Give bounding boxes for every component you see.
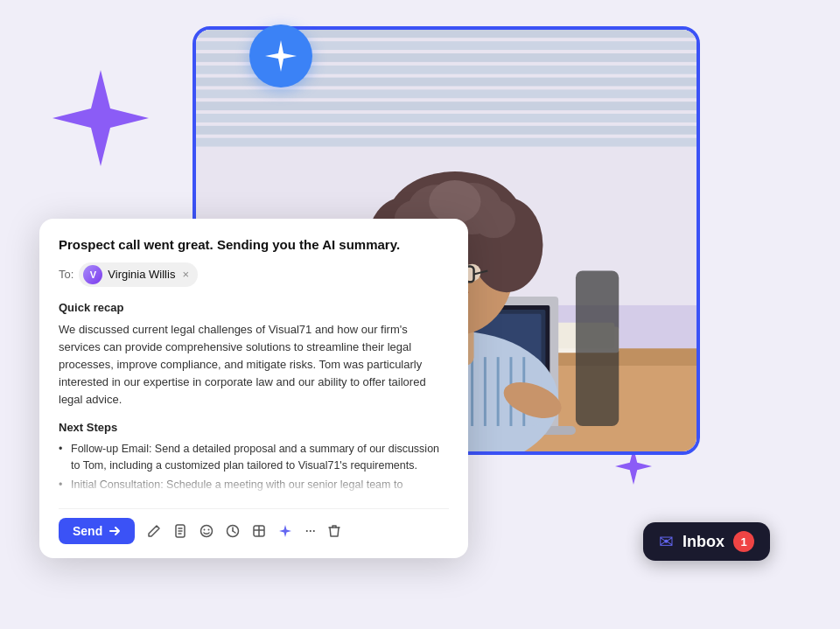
next-step-item-2: Initial Consultation: Schedule a meeting… <box>59 477 449 493</box>
recipient-name: Virginia Willis <box>108 268 175 281</box>
inbox-label: Inbox <box>682 533 724 551</box>
svg-rect-8 <box>196 101 696 110</box>
svg-point-63 <box>208 528 210 530</box>
svg-rect-9 <box>196 114 696 122</box>
compose-to-row: To: V Virginia Willis × <box>59 262 449 287</box>
svg-rect-56 <box>576 271 619 427</box>
trash-icon[interactable] <box>327 524 341 538</box>
svg-rect-10 <box>196 126 696 135</box>
to-label: To: <box>59 268 74 281</box>
quick-recap-title: Quick recap <box>59 299 449 317</box>
inbox-icon: ✉ <box>659 531 674 552</box>
recipient-chip[interactable]: V Virginia Willis × <box>79 262 198 287</box>
recipient-avatar: V <box>83 265 102 284</box>
next-step-item-1: Follow-up Email: Send a detailed proposa… <box>59 441 449 474</box>
send-button[interactable]: Send <box>59 518 135 544</box>
svg-point-62 <box>204 528 206 530</box>
file-icon[interactable] <box>173 524 187 538</box>
recipient-remove-button[interactable]: × <box>182 268 189 281</box>
emoji-icon[interactable] <box>200 524 214 538</box>
svg-point-44 <box>429 180 480 223</box>
svg-point-61 <box>201 525 213 536</box>
purple-star-large <box>52 70 149 166</box>
inbox-badge[interactable]: ✉ Inbox 1 <box>643 522 770 561</box>
next-steps-title: Next Steps <box>59 419 449 437</box>
compose-card: Prospect call went great. Sending you th… <box>39 219 468 558</box>
svg-line-66 <box>233 531 235 533</box>
table-icon[interactable] <box>252 524 266 538</box>
inbox-count-badge: 1 <box>733 531 754 552</box>
ai-sparkle-icon[interactable] <box>278 524 292 538</box>
next-steps-list: Follow-up Email: Send a detailed proposa… <box>59 441 449 493</box>
svg-rect-7 <box>196 89 696 98</box>
quick-recap-text: We discussed current legal challenges of… <box>59 321 449 409</box>
ai-badge <box>249 24 312 87</box>
clock-icon[interactable] <box>226 524 240 538</box>
send-label: Send <box>73 524 102 538</box>
compose-subject: Prospect call went great. Sending you th… <box>59 236 449 254</box>
compose-toolbar: Send <box>59 508 449 544</box>
svg-rect-11 <box>196 138 696 147</box>
edit-icon[interactable] <box>147 524 161 538</box>
compose-body: Quick recap We discussed current legal c… <box>59 299 449 496</box>
more-icon[interactable]: ··· <box>304 521 315 540</box>
